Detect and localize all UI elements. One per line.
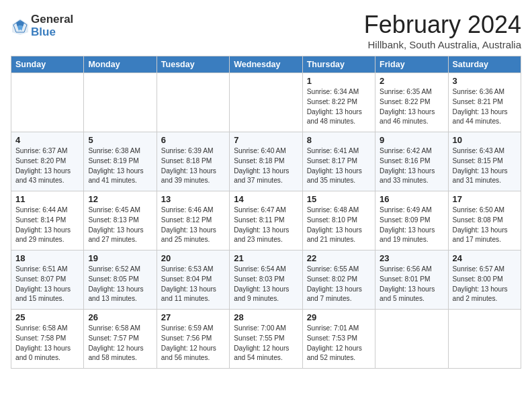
calendar-cell bbox=[157, 73, 229, 132]
calendar-cell: 24Sunrise: 6:57 AM Sunset: 8:00 PM Dayli… bbox=[448, 250, 521, 310]
calendar-cell: 20Sunrise: 6:53 AM Sunset: 8:04 PM Dayli… bbox=[157, 250, 229, 310]
calendar-cell bbox=[84, 73, 157, 132]
day-number: 8 bbox=[307, 135, 371, 145]
calendar-cell: 21Sunrise: 6:54 AM Sunset: 8:03 PM Dayli… bbox=[230, 250, 302, 310]
day-info: Sunrise: 6:50 AM Sunset: 8:08 PM Dayligh… bbox=[453, 205, 517, 245]
calendar-cell bbox=[11, 73, 84, 132]
day-info: Sunrise: 6:58 AM Sunset: 7:58 PM Dayligh… bbox=[15, 324, 79, 363]
day-info: Sunrise: 7:00 AM Sunset: 7:55 PM Dayligh… bbox=[234, 324, 298, 363]
weekday-header-thursday: Thursday bbox=[302, 56, 375, 73]
day-info: Sunrise: 6:57 AM Sunset: 8:00 PM Dayligh… bbox=[453, 265, 517, 304]
calendar-cell: 26Sunrise: 6:58 AM Sunset: 7:57 PM Dayli… bbox=[84, 310, 157, 369]
logo-icon bbox=[11, 17, 30, 36]
logo: General Blue bbox=[11, 13, 73, 38]
calendar-cell: 10Sunrise: 6:43 AM Sunset: 8:15 PM Dayli… bbox=[448, 132, 521, 191]
weekday-header-monday: Monday bbox=[84, 56, 157, 73]
day-info: Sunrise: 6:42 AM Sunset: 8:16 PM Dayligh… bbox=[380, 146, 443, 186]
day-number: 15 bbox=[307, 194, 371, 204]
day-number: 18 bbox=[15, 253, 79, 263]
calendar-cell: 3Sunrise: 6:36 AM Sunset: 8:21 PM Daylig… bbox=[448, 73, 521, 132]
weekday-header-wednesday: Wednesday bbox=[230, 56, 302, 73]
day-number: 5 bbox=[88, 135, 152, 145]
calendar-cell: 23Sunrise: 6:56 AM Sunset: 8:01 PM Dayli… bbox=[375, 250, 448, 310]
calendar-cell: 17Sunrise: 6:50 AM Sunset: 8:08 PM Dayli… bbox=[448, 191, 521, 250]
calendar-table: SundayMondayTuesdayWednesdayThursdayFrid… bbox=[11, 56, 521, 369]
day-number: 7 bbox=[234, 135, 298, 145]
day-info: Sunrise: 6:55 AM Sunset: 8:02 PM Dayligh… bbox=[307, 265, 371, 304]
day-info: Sunrise: 6:47 AM Sunset: 8:11 PM Dayligh… bbox=[234, 205, 298, 245]
month-title: February 2024 bbox=[364, 11, 521, 39]
day-number: 24 bbox=[453, 253, 517, 263]
day-number: 9 bbox=[380, 135, 443, 145]
calendar-cell: 8Sunrise: 6:41 AM Sunset: 8:17 PM Daylig… bbox=[302, 132, 375, 191]
day-number: 19 bbox=[88, 253, 152, 263]
calendar-cell: 5Sunrise: 6:38 AM Sunset: 8:19 PM Daylig… bbox=[84, 132, 157, 191]
day-number: 2 bbox=[380, 76, 443, 86]
calendar-cell bbox=[375, 310, 448, 369]
day-number: 11 bbox=[15, 194, 79, 204]
day-number: 14 bbox=[234, 194, 298, 204]
day-info: Sunrise: 6:59 AM Sunset: 7:56 PM Dayligh… bbox=[161, 324, 225, 363]
day-number: 12 bbox=[88, 194, 152, 204]
day-number: 1 bbox=[307, 76, 371, 86]
day-info: Sunrise: 6:53 AM Sunset: 8:04 PM Dayligh… bbox=[161, 265, 225, 304]
day-number: 22 bbox=[307, 253, 371, 263]
calendar-cell: 16Sunrise: 6:49 AM Sunset: 8:09 PM Dayli… bbox=[375, 191, 448, 250]
calendar-cell: 22Sunrise: 6:55 AM Sunset: 8:02 PM Dayli… bbox=[302, 250, 375, 310]
logo-blue-label: Blue bbox=[31, 26, 73, 39]
page-header: General Blue February 2024 Hillbank, Sou… bbox=[11, 11, 521, 50]
calendar-cell: 11Sunrise: 6:44 AM Sunset: 8:14 PM Dayli… bbox=[11, 191, 84, 250]
day-info: Sunrise: 6:35 AM Sunset: 8:22 PM Dayligh… bbox=[380, 87, 443, 127]
day-number: 3 bbox=[453, 76, 517, 86]
calendar-cell: 9Sunrise: 6:42 AM Sunset: 8:16 PM Daylig… bbox=[375, 132, 448, 191]
calendar-cell: 25Sunrise: 6:58 AM Sunset: 7:58 PM Dayli… bbox=[11, 310, 84, 369]
calendar-cell: 27Sunrise: 6:59 AM Sunset: 7:56 PM Dayli… bbox=[157, 310, 229, 369]
logo-text: General Blue bbox=[31, 13, 73, 38]
day-number: 20 bbox=[161, 253, 225, 263]
calendar-cell: 6Sunrise: 6:39 AM Sunset: 8:18 PM Daylig… bbox=[157, 132, 229, 191]
calendar-cell bbox=[230, 73, 302, 132]
day-info: Sunrise: 6:54 AM Sunset: 8:03 PM Dayligh… bbox=[234, 265, 298, 304]
calendar-cell: 2Sunrise: 6:35 AM Sunset: 8:22 PM Daylig… bbox=[375, 73, 448, 132]
calendar-cell: 13Sunrise: 6:46 AM Sunset: 8:12 PM Dayli… bbox=[157, 191, 229, 250]
location-title: Hillbank, South Australia, Australia bbox=[364, 39, 521, 50]
day-info: Sunrise: 6:37 AM Sunset: 8:20 PM Dayligh… bbox=[15, 146, 79, 186]
weekday-header-sunday: Sunday bbox=[11, 56, 84, 73]
day-info: Sunrise: 6:36 AM Sunset: 8:21 PM Dayligh… bbox=[453, 87, 517, 127]
logo-general-label: General bbox=[31, 13, 73, 26]
day-info: Sunrise: 6:34 AM Sunset: 8:22 PM Dayligh… bbox=[307, 87, 371, 127]
day-number: 23 bbox=[380, 253, 443, 263]
weekday-header-tuesday: Tuesday bbox=[157, 56, 229, 73]
day-number: 26 bbox=[88, 312, 152, 322]
weekday-header-row: SundayMondayTuesdayWednesdayThursdayFrid… bbox=[11, 56, 521, 73]
calendar-week-row: 4Sunrise: 6:37 AM Sunset: 8:20 PM Daylig… bbox=[11, 132, 521, 191]
calendar-cell: 14Sunrise: 6:47 AM Sunset: 8:11 PM Dayli… bbox=[230, 191, 302, 250]
day-number: 25 bbox=[15, 312, 79, 322]
calendar-week-row: 11Sunrise: 6:44 AM Sunset: 8:14 PM Dayli… bbox=[11, 191, 521, 250]
day-info: Sunrise: 6:41 AM Sunset: 8:17 PM Dayligh… bbox=[307, 146, 371, 186]
day-number: 4 bbox=[15, 135, 79, 145]
calendar-cell: 1Sunrise: 6:34 AM Sunset: 8:22 PM Daylig… bbox=[302, 73, 375, 132]
weekday-header-saturday: Saturday bbox=[448, 56, 521, 73]
day-info: Sunrise: 6:43 AM Sunset: 8:15 PM Dayligh… bbox=[453, 146, 517, 186]
day-number: 27 bbox=[161, 312, 225, 322]
calendar-week-row: 25Sunrise: 6:58 AM Sunset: 7:58 PM Dayli… bbox=[11, 310, 521, 369]
day-number: 13 bbox=[161, 194, 225, 204]
weekday-header-friday: Friday bbox=[375, 56, 448, 73]
day-number: 16 bbox=[380, 194, 443, 204]
calendar-cell bbox=[448, 310, 521, 369]
day-info: Sunrise: 6:39 AM Sunset: 8:18 PM Dayligh… bbox=[161, 146, 225, 186]
day-number: 6 bbox=[161, 135, 225, 145]
day-number: 21 bbox=[234, 253, 298, 263]
calendar-cell: 4Sunrise: 6:37 AM Sunset: 8:20 PM Daylig… bbox=[11, 132, 84, 191]
day-info: Sunrise: 6:48 AM Sunset: 8:10 PM Dayligh… bbox=[307, 205, 371, 245]
day-number: 10 bbox=[453, 135, 517, 145]
calendar-cell: 28Sunrise: 7:00 AM Sunset: 7:55 PM Dayli… bbox=[230, 310, 302, 369]
day-info: Sunrise: 6:58 AM Sunset: 7:57 PM Dayligh… bbox=[88, 324, 152, 363]
day-info: Sunrise: 6:44 AM Sunset: 8:14 PM Dayligh… bbox=[15, 205, 79, 245]
day-info: Sunrise: 6:38 AM Sunset: 8:19 PM Dayligh… bbox=[88, 146, 152, 186]
day-info: Sunrise: 6:56 AM Sunset: 8:01 PM Dayligh… bbox=[380, 265, 443, 304]
calendar-cell: 18Sunrise: 6:51 AM Sunset: 8:07 PM Dayli… bbox=[11, 250, 84, 310]
calendar-week-row: 18Sunrise: 6:51 AM Sunset: 8:07 PM Dayli… bbox=[11, 250, 521, 310]
calendar-cell: 19Sunrise: 6:52 AM Sunset: 8:05 PM Dayli… bbox=[84, 250, 157, 310]
